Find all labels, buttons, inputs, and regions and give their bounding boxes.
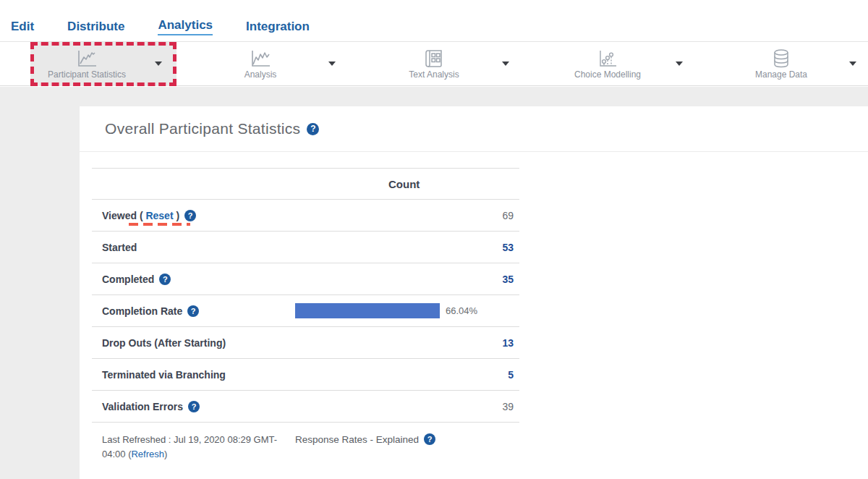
nav-item-analytics[interactable]: Analytics <box>158 18 213 35</box>
viewed-count: 69 <box>502 210 514 221</box>
completion-rate-label: Completion Rate <box>102 305 182 317</box>
completion-rate-percent: 66.04% <box>446 305 477 316</box>
analytics-toolbar: Participant Statistics Analysis <box>0 41 868 86</box>
started-count: 53 <box>502 242 514 253</box>
chevron-down-icon[interactable] <box>849 62 856 66</box>
nav-item-distribute[interactable]: Distribute <box>67 20 124 35</box>
table-row-viewed: Viewed ( Reset ) ? 69 <box>92 200 519 232</box>
line-chart-icon <box>75 48 98 69</box>
trend-chart-icon <box>249 48 272 69</box>
table-footer: Last Refreshed : Jul 19, 2020 08:29 GMT-… <box>92 423 519 475</box>
help-icon[interactable]: ? <box>187 305 199 317</box>
annotation-dashed-underline <box>129 223 190 226</box>
chevron-down-icon[interactable] <box>155 62 162 66</box>
participant-statistics-table: Count Viewed ( Reset ) ? 69 Started 53 C… <box>92 168 519 475</box>
toolbar-item-participant-statistics[interactable]: Participant Statistics <box>0 42 174 85</box>
panel-header: Overall Participant Statistics ? <box>80 106 868 152</box>
started-label: Started <box>102 242 137 253</box>
chevron-down-icon[interactable] <box>502 62 509 66</box>
toolbar-item-label: Participant Statistics <box>48 69 126 80</box>
drop-outs-label: Drop Outs (After Starting) <box>102 337 226 349</box>
toolbar-item-label: Analysis <box>244 69 277 80</box>
table-row-completion-rate: Completion Rate ? 66.04% <box>92 295 519 327</box>
validation-errors-count: 39 <box>502 401 514 412</box>
toolbar-item-analysis[interactable]: Analysis <box>174 42 347 85</box>
help-icon[interactable]: ? <box>184 210 196 221</box>
terminated-label: Terminated via Branching <box>102 369 226 381</box>
completed-label: Completed <box>102 274 154 285</box>
toolbar-item-label: Choice Modelling <box>574 69 641 80</box>
help-icon[interactable]: ? <box>159 274 171 285</box>
table-row-validation-errors: Validation Errors ? 39 <box>92 391 519 423</box>
toolbar-item-label: Text Analysis <box>409 69 459 80</box>
reset-link[interactable]: Reset <box>145 210 173 221</box>
completed-count: 35 <box>502 274 514 285</box>
table-header-row: Count <box>92 168 519 200</box>
table-row-terminated: Terminated via Branching 5 <box>92 359 519 391</box>
help-icon[interactable]: ? <box>188 401 200 412</box>
terminated-count: 5 <box>508 369 514 381</box>
content-background: Overall Participant Statistics ? Count V… <box>0 87 868 479</box>
chevron-down-icon[interactable] <box>328 62 336 66</box>
scatter-trend-icon <box>596 48 619 69</box>
top-navigation: Edit Distribute Analytics Integration <box>0 0 868 41</box>
count-column-header: Count <box>388 178 420 190</box>
viewed-label: Viewed ( <box>102 210 145 221</box>
toolbar-item-text-analysis[interactable]: Text Analysis <box>347 42 521 85</box>
document-grid-icon <box>422 48 446 69</box>
toolbar-item-manage-data[interactable]: Manage Data <box>694 42 868 85</box>
table-row-drop-outs: Drop Outs (After Starting) 13 <box>92 327 519 359</box>
help-icon[interactable]: ? <box>307 123 319 135</box>
response-rates-explained: Response Rates - Explained ? <box>295 433 435 445</box>
table-row-started: Started 53 <box>92 232 519 263</box>
help-icon[interactable]: ? <box>424 433 435 445</box>
database-icon <box>770 48 793 69</box>
completion-rate-bar <box>295 303 440 318</box>
nav-item-integration[interactable]: Integration <box>246 20 310 35</box>
page-title: Overall Participant Statistics <box>105 120 300 137</box>
table-row-completed: Completed ? 35 <box>92 263 519 295</box>
last-refreshed-text: Last Refreshed : Jul 19, 2020 08:29 GMT-… <box>102 433 281 462</box>
refresh-link[interactable]: Refresh <box>131 449 164 459</box>
validation-errors-label: Validation Errors <box>102 401 183 412</box>
drop-outs-count: 13 <box>502 337 514 349</box>
toolbar-item-choice-modelling[interactable]: Choice Modelling <box>521 42 694 85</box>
toolbar-item-label: Manage Data <box>755 69 807 80</box>
row-label: Viewed ( Reset ) ? <box>102 210 196 221</box>
statistics-panel: Overall Participant Statistics ? Count V… <box>80 106 868 479</box>
chevron-down-icon[interactable] <box>676 62 683 66</box>
viewed-label-suffix: ) <box>174 210 180 221</box>
nav-item-edit[interactable]: Edit <box>11 20 34 35</box>
